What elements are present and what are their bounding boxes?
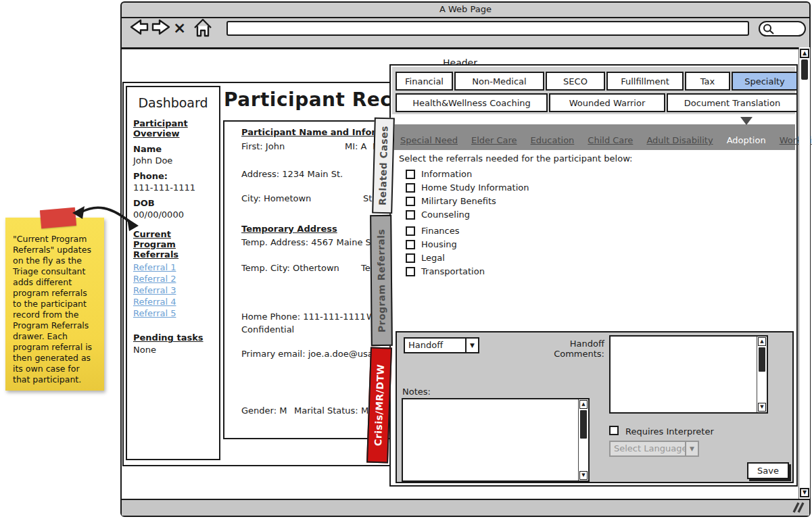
scrollbar-thumb[interactable] (801, 59, 808, 80)
name-label: Name (133, 144, 213, 154)
checkbox-military-benefits[interactable] (406, 197, 415, 206)
related-cases-drawer-tab[interactable]: Related Cases (372, 118, 395, 214)
tab-seco[interactable]: SECO (546, 72, 605, 91)
comments-scrollbar[interactable]: ▲ ▼ (757, 337, 767, 412)
subtab-special-need[interactable]: Special Need (400, 135, 458, 145)
page-scrollbar[interactable]: ▲ ▼ (798, 47, 810, 499)
referrals-instruction: Select the referrals needed for the part… (399, 153, 632, 164)
referral-option-row: Information (406, 169, 529, 179)
tab-specialty[interactable]: Specialty (732, 72, 798, 91)
search-icon (762, 22, 775, 35)
tab-non-medical[interactable]: Non-Medical (454, 72, 544, 91)
dob-label: DOB (133, 198, 213, 208)
handoff-form-panel: Handoff ▼ Handoff Comments: ▲ ▼ Notes: ▲… (396, 331, 794, 483)
screenshot-root: A Web Page × Header ▲ ▼ Dashboard Partic (0, 0, 812, 519)
handoff-select-value: Handoff (405, 339, 465, 352)
checkbox-legal[interactable] (406, 253, 415, 263)
scroll-up-button[interactable]: ▲ (579, 400, 588, 409)
tab-wounded-warrior[interactable]: Wounded Warrior (549, 93, 665, 112)
forward-icon[interactable] (151, 18, 172, 37)
program-referrals-panel: Financial Non-Medical SECO Fullfillment … (389, 64, 798, 487)
option-label: Housing (421, 239, 457, 249)
pending-tasks-value: None (133, 345, 213, 355)
close-icon[interactable]: × (173, 19, 186, 36)
first-name-field: First: John (241, 141, 285, 151)
dropdown-arrow-icon: ▼ (465, 339, 478, 352)
referral-option-row: Finances (406, 226, 529, 236)
option-label: Finances (421, 226, 460, 236)
referral-option-row: Home Study Information (406, 182, 529, 193)
tab-financial[interactable]: Financial (396, 72, 453, 91)
dashboard-sidebar: Dashboard Participant Overview Name John… (126, 86, 220, 460)
tab-health-wellness-coaching[interactable]: Health&Wellness Coaching (396, 93, 548, 112)
current-program-referrals-heading: Current Program Referrals (133, 229, 213, 260)
dob-value: 00/00/0000 (133, 209, 213, 220)
search-box[interactable] (759, 21, 806, 36)
home-icon[interactable] (192, 17, 214, 39)
scrollbar-thumb[interactable] (759, 347, 765, 372)
scroll-up-button[interactable]: ▲ (758, 337, 766, 346)
scrollbar-thumb[interactable] (580, 410, 587, 439)
save-button[interactable]: Save (747, 462, 789, 479)
scroll-down-button[interactable]: ▼ (579, 471, 588, 480)
browser-statusbar (122, 499, 809, 516)
scroll-up-button[interactable]: ▲ (800, 49, 809, 58)
scroll-down-button[interactable]: ▼ (800, 488, 809, 497)
option-label: Transportation (421, 266, 485, 276)
home-phone-field: Home Phone: 111-111-1111 (241, 312, 365, 322)
referral-link-5[interactable]: Referral 5 (133, 307, 213, 319)
requires-interpreter-label: Requires Interpreter (625, 426, 714, 437)
temp-address-field: Temp. Address: 4567 Maine St. (241, 237, 377, 247)
referral-link-3[interactable]: Referral 3 (133, 285, 213, 296)
checkbox-counseling[interactable] (406, 210, 415, 220)
referral-link-1[interactable]: Referral 1 (133, 262, 213, 273)
resize-grip-icon[interactable] (790, 501, 805, 514)
confidential-label: Confidential (241, 324, 294, 335)
state-field: St (363, 193, 372, 203)
dropdown-arrow-icon: ▼ (685, 442, 698, 455)
back-icon[interactable] (128, 18, 149, 37)
subtab-adoption[interactable]: Adoption (727, 135, 766, 145)
option-label: Home Study Information (421, 182, 529, 193)
crisis-drawer-tab[interactable]: Crisis/MR/DTW (366, 347, 392, 463)
selected-subtab-arrow-icon (740, 117, 753, 125)
checkbox-housing[interactable] (406, 240, 415, 249)
gender-field: Gender: M (241, 405, 287, 416)
tab-document-translation[interactable]: Document Translation (667, 93, 798, 112)
subtab-education[interactable]: Education (531, 135, 575, 145)
subtab-elder-care[interactable]: Elder Care (471, 135, 517, 145)
referral-option-row: Legal (406, 253, 529, 263)
checkbox-finances[interactable] (406, 226, 415, 236)
referral-option-row: Counseling (406, 209, 529, 220)
temp-city-field: Temp. City: Othertown (241, 263, 339, 273)
handoff-comments-textarea[interactable]: ▲ ▼ (609, 335, 768, 414)
participant-overview-heading: Participant Overview (133, 118, 213, 139)
subtab-child-care[interactable]: Child Care (588, 135, 633, 145)
checkbox-transportation[interactable] (406, 267, 415, 276)
option-label: Milirtary Benefits (421, 196, 496, 206)
annotation-sticky-note: "Current Program Referrals" updates on t… (5, 218, 104, 391)
scroll-down-button[interactable]: ▼ (758, 403, 766, 412)
referral-option-row: Milirtary Benefits (406, 196, 529, 206)
tab-tax[interactable]: Tax (685, 72, 730, 91)
middle-initial-field: MI: A (345, 141, 366, 151)
select-language-dropdown[interactable]: Select Language ▼ (609, 441, 699, 457)
subtab-adult-disability[interactable]: Adult Disability (646, 135, 713, 145)
checkbox-home-study-information[interactable] (406, 183, 415, 193)
notes-scrollbar[interactable]: ▲ ▼ (578, 399, 588, 480)
tab-fullfillment[interactable]: Fullfillment (606, 72, 684, 91)
notes-textarea[interactable]: ▲ ▼ (402, 398, 590, 482)
phone-label: Phone: (133, 171, 213, 181)
referral-option-row: Transportation (406, 266, 529, 276)
primary-email-field: Primary email: joe.a.doe@usa.gov (241, 349, 392, 359)
address-field: Address: 1234 Main St. (241, 169, 343, 179)
handoff-type-select[interactable]: Handoff ▼ (404, 337, 479, 353)
checkbox-information[interactable] (406, 170, 415, 179)
referral-link-2[interactable]: Referral 2 (133, 273, 213, 285)
referral-link-4[interactable]: Referral 4 (133, 296, 213, 307)
program-referrals-drawer-tab[interactable]: Program Referrals (370, 215, 393, 346)
requires-interpreter-checkbox[interactable] (609, 426, 619, 435)
option-label: Counseling (421, 209, 470, 220)
url-input[interactable] (226, 21, 749, 36)
titlebar-divider (121, 17, 810, 18)
